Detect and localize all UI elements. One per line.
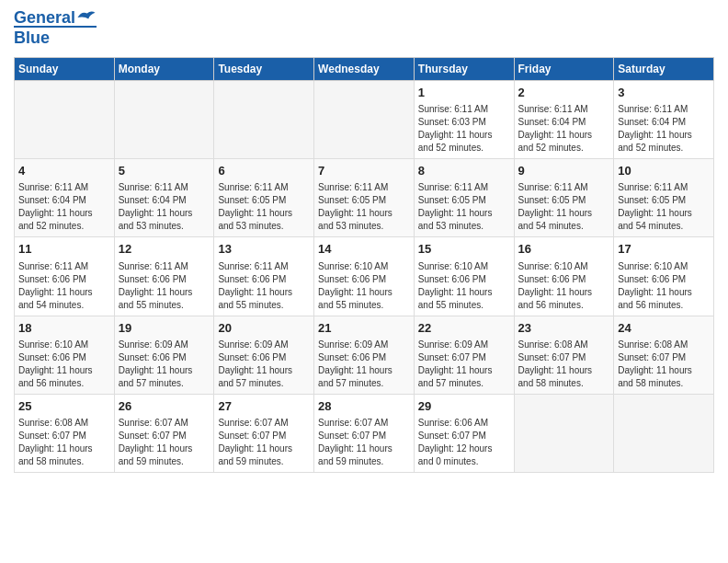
day-info: Sunset: 6:05 PM <box>318 194 410 207</box>
day-info: Sunrise: 6:07 AM <box>218 417 310 430</box>
day-info: Sunrise: 6:10 AM <box>518 260 610 273</box>
day-info: Daylight: 11 hours and 57 minutes. <box>318 364 410 390</box>
calendar-cell: 3Sunrise: 6:11 AMSunset: 6:04 PMDaylight… <box>614 81 714 159</box>
day-number: 16 <box>518 241 610 258</box>
day-info: Sunrise: 6:09 AM <box>119 339 210 351</box>
day-info: Daylight: 11 hours and 57 minutes. <box>119 364 210 390</box>
day-info: Sunset: 6:06 PM <box>418 273 510 286</box>
day-info: Daylight: 11 hours and 56 minutes. <box>518 286 610 312</box>
weekday-header-row: SundayMondayTuesdayWednesdayThursdayFrid… <box>15 58 714 81</box>
calendar-week-3: 11Sunrise: 6:11 AMSunset: 6:06 PMDayligh… <box>15 237 714 316</box>
calendar-cell: 24Sunrise: 6:08 AMSunset: 6:07 PMDayligh… <box>614 316 714 394</box>
calendar-cell <box>214 81 314 159</box>
day-info: Daylight: 11 hours and 55 minutes. <box>418 286 510 312</box>
day-info: Sunset: 6:04 PM <box>18 194 110 207</box>
day-info: Daylight: 11 hours and 57 minutes. <box>418 364 510 390</box>
day-info: Daylight: 11 hours and 59 minutes. <box>318 442 410 468</box>
calendar-cell: 28Sunrise: 6:07 AMSunset: 6:07 PMDayligh… <box>314 394 415 472</box>
calendar-cell: 4Sunrise: 6:11 AMSunset: 6:04 PMDaylight… <box>15 159 115 237</box>
day-info: Sunset: 6:04 PM <box>119 194 210 207</box>
day-info: Daylight: 11 hours and 54 minutes. <box>18 286 110 312</box>
logo-blue: Blue <box>14 26 97 48</box>
day-info: Sunrise: 6:09 AM <box>218 339 310 351</box>
day-number: 18 <box>18 320 110 337</box>
day-info: Daylight: 11 hours and 59 minutes. <box>218 442 310 468</box>
weekday-header-wednesday: Wednesday <box>314 58 415 81</box>
day-info: Sunrise: 6:10 AM <box>18 339 110 351</box>
day-number: 29 <box>418 398 510 415</box>
day-info: Daylight: 11 hours and 54 minutes. <box>618 207 710 233</box>
weekday-header-monday: Monday <box>114 58 214 81</box>
day-number: 19 <box>119 320 210 337</box>
day-info: Sunset: 6:06 PM <box>318 351 410 364</box>
weekday-header-thursday: Thursday <box>414 58 514 81</box>
day-number: 26 <box>119 398 210 415</box>
calendar-cell: 9Sunrise: 6:11 AMSunset: 6:05 PMDaylight… <box>514 159 614 237</box>
calendar-cell: 20Sunrise: 6:09 AMSunset: 6:06 PMDayligh… <box>214 316 314 394</box>
day-number: 27 <box>218 398 310 415</box>
calendar-week-1: 1Sunrise: 6:11 AMSunset: 6:03 PMDaylight… <box>15 81 714 159</box>
day-number: 2 <box>518 85 610 101</box>
day-number: 6 <box>218 163 310 179</box>
day-number: 13 <box>218 241 310 258</box>
calendar-cell: 11Sunrise: 6:11 AMSunset: 6:06 PMDayligh… <box>15 237 115 316</box>
day-info: Sunset: 6:06 PM <box>119 351 210 364</box>
calendar-cell: 13Sunrise: 6:11 AMSunset: 6:06 PMDayligh… <box>214 237 314 316</box>
day-info: Daylight: 11 hours and 53 minutes. <box>218 207 310 233</box>
day-number: 10 <box>618 163 710 179</box>
day-info: Sunrise: 6:11 AM <box>418 103 510 116</box>
day-info: Daylight: 11 hours and 54 minutes. <box>518 207 610 233</box>
day-info: Sunrise: 6:11 AM <box>119 260 210 273</box>
day-info: Sunset: 6:06 PM <box>518 273 610 286</box>
day-info: Sunrise: 6:08 AM <box>618 339 710 351</box>
calendar-cell: 6Sunrise: 6:11 AMSunset: 6:05 PMDaylight… <box>214 159 314 237</box>
calendar-cell: 18Sunrise: 6:10 AMSunset: 6:06 PMDayligh… <box>15 316 115 394</box>
day-info: Daylight: 11 hours and 56 minutes. <box>618 286 710 312</box>
calendar-cell: 22Sunrise: 6:09 AMSunset: 6:07 PMDayligh… <box>414 316 514 394</box>
day-info: Sunrise: 6:11 AM <box>119 181 210 194</box>
day-info: Sunrise: 6:08 AM <box>18 417 110 430</box>
calendar-cell <box>514 394 614 472</box>
calendar-cell: 23Sunrise: 6:08 AMSunset: 6:07 PMDayligh… <box>514 316 614 394</box>
day-info: Sunrise: 6:11 AM <box>618 103 710 116</box>
calendar-cell: 1Sunrise: 6:11 AMSunset: 6:03 PMDaylight… <box>414 81 514 159</box>
day-info: Daylight: 11 hours and 58 minutes. <box>18 442 110 468</box>
day-info: Daylight: 11 hours and 53 minutes. <box>119 207 210 233</box>
day-info: Sunrise: 6:08 AM <box>518 339 610 351</box>
day-info: Sunrise: 6:11 AM <box>218 181 310 194</box>
day-number: 22 <box>418 320 510 337</box>
day-info: Daylight: 11 hours and 52 minutes. <box>518 129 610 155</box>
calendar-cell <box>314 81 415 159</box>
day-info: Sunset: 6:06 PM <box>318 273 410 286</box>
day-info: Daylight: 11 hours and 58 minutes. <box>618 364 710 390</box>
day-info: Sunset: 6:05 PM <box>618 194 710 207</box>
day-number: 8 <box>418 163 510 179</box>
day-info: Sunrise: 6:11 AM <box>318 181 410 194</box>
day-info: Sunrise: 6:06 AM <box>418 417 510 430</box>
day-info: Sunrise: 6:11 AM <box>218 260 310 273</box>
day-number: 7 <box>318 163 410 179</box>
day-number: 21 <box>318 320 410 337</box>
calendar-cell: 8Sunrise: 6:11 AMSunset: 6:05 PMDaylight… <box>414 159 514 237</box>
day-number: 1 <box>418 85 510 101</box>
day-info: Sunrise: 6:11 AM <box>418 181 510 194</box>
day-info: Sunset: 6:07 PM <box>18 430 110 442</box>
weekday-header-saturday: Saturday <box>614 58 714 81</box>
day-info: Daylight: 11 hours and 52 minutes. <box>618 129 710 155</box>
day-info: Sunset: 6:04 PM <box>518 116 610 129</box>
day-info: Sunset: 6:07 PM <box>518 351 610 364</box>
logo-bird-icon <box>76 9 97 26</box>
logo-general: General <box>14 9 75 26</box>
calendar-cell: 5Sunrise: 6:11 AMSunset: 6:04 PMDaylight… <box>114 159 214 237</box>
day-number: 11 <box>18 241 110 258</box>
calendar-cell: 7Sunrise: 6:11 AMSunset: 6:05 PMDaylight… <box>314 159 415 237</box>
day-info: Sunset: 6:07 PM <box>218 430 310 442</box>
day-info: Sunrise: 6:10 AM <box>618 260 710 273</box>
day-info: Sunset: 6:06 PM <box>18 273 110 286</box>
day-info: Sunrise: 6:11 AM <box>618 181 710 194</box>
day-info: Sunrise: 6:11 AM <box>18 181 110 194</box>
day-info: Daylight: 11 hours and 52 minutes. <box>18 207 110 233</box>
day-info: Sunset: 6:05 PM <box>418 194 510 207</box>
calendar-cell <box>15 81 115 159</box>
day-number: 3 <box>618 85 710 101</box>
